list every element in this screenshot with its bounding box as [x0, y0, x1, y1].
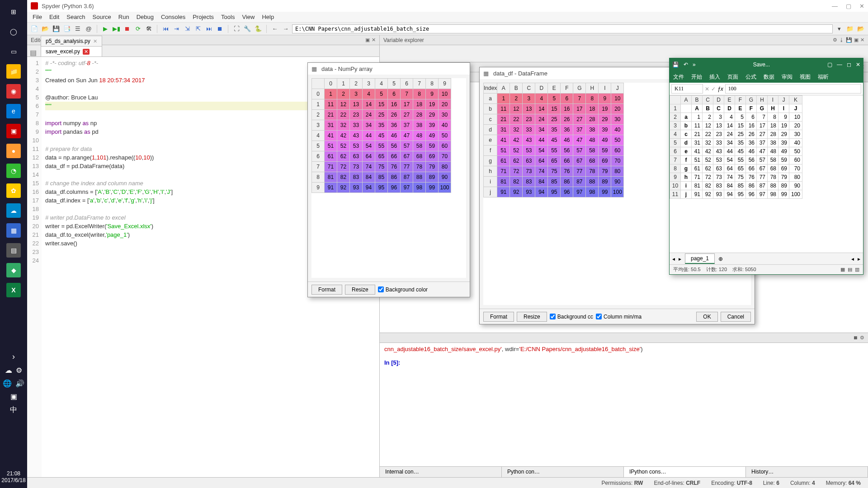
- open-file-icon[interactable]: 📂: [41, 24, 50, 33]
- start-icon[interactable]: ⊞: [6, 5, 21, 19]
- app-icon-3[interactable]: ✿: [6, 183, 21, 198]
- menu-edit[interactable]: Edit: [49, 14, 59, 20]
- browse-icon[interactable]: 📁: [845, 24, 854, 33]
- minimize-icon[interactable]: —: [832, 3, 838, 9]
- pane-close-icon[interactable]: ✕: [372, 37, 376, 43]
- expand-icon[interactable]: ›: [12, 352, 15, 361]
- debug-config-icon[interactable]: 🛠: [144, 24, 153, 33]
- parent-dir-icon[interactable]: 📂: [856, 24, 865, 33]
- working-directory[interactable]: E:\CNN Papers\cnn_adjustable16_batch_siz…: [292, 24, 833, 33]
- scroll-right-icon[interactable]: ▸: [858, 256, 860, 262]
- varexp-close-icon[interactable]: ✕: [860, 37, 864, 43]
- network-icon[interactable]: 🌐: [3, 379, 12, 388]
- sheet-tab[interactable]: page_1: [685, 253, 715, 264]
- debug-stop-icon[interactable]: ⏹: [215, 24, 224, 33]
- console-opts-icon[interactable]: ⚙: [860, 335, 864, 341]
- fx-icon[interactable]: ƒx: [717, 86, 723, 92]
- excel-icon[interactable]: X: [6, 283, 21, 297]
- debug-out-icon[interactable]: ⇱: [193, 24, 203, 33]
- excel-undo-icon[interactable]: ↶: [684, 61, 688, 68]
- notifications-icon[interactable]: ▣: [10, 392, 17, 401]
- console-tab[interactable]: History…: [746, 467, 868, 477]
- forward-icon[interactable]: →: [281, 24, 290, 33]
- cortana-icon[interactable]: ◯: [6, 24, 21, 39]
- sheet-next-icon[interactable]: ▸: [679, 256, 681, 262]
- ipython-console[interactable]: cnn_adjustable16_batch_size/save_excel.p…: [380, 343, 868, 466]
- debug-cont-icon[interactable]: ⏭: [204, 24, 213, 33]
- excel-close-icon[interactable]: ✕: [856, 61, 860, 68]
- close-tab-icon[interactable]: ✕: [83, 49, 90, 55]
- taskview-icon[interactable]: ▭: [6, 44, 21, 59]
- varexp-opts-icon[interactable]: ▣: [854, 37, 859, 43]
- explorer-icon[interactable]: 📁: [6, 64, 21, 79]
- dataframe-table[interactable]: IndexABCDEFGHIJa12345678910b111213141516…: [483, 83, 624, 197]
- menu-run[interactable]: Run: [118, 14, 129, 20]
- app-icon-6[interactable]: ◆: [6, 263, 21, 277]
- console-tab[interactable]: Python con…: [502, 467, 624, 477]
- excel-save-icon[interactable]: 💾: [672, 61, 679, 68]
- numpy-table[interactable]: 0123456789012345678910111121314151617181…: [311, 78, 451, 193]
- ribbon-tab[interactable]: 页面: [724, 71, 742, 83]
- preferences-icon[interactable]: 🔧: [243, 24, 252, 33]
- path-dropdown-icon[interactable]: ▾: [835, 24, 844, 33]
- excel-more-icon[interactable]: »: [693, 61, 696, 68]
- app-icon-2[interactable]: ●: [6, 144, 21, 158]
- chrome-icon[interactable]: ◉: [6, 84, 21, 99]
- run-sel-icon[interactable]: ⟳: [133, 24, 142, 33]
- resize-button[interactable]: Resize: [517, 312, 547, 322]
- excel-grid[interactable]: ABCDEFGHIJK1ABCDEFGHIJ2a123456789103b111…: [670, 95, 802, 199]
- close-tab-icon[interactable]: ✕: [93, 38, 97, 44]
- save-all-icon[interactable]: 📑: [62, 24, 71, 33]
- ribbon-tab[interactable]: 福昕: [814, 71, 832, 83]
- debug-into-icon[interactable]: ⇥: [172, 24, 181, 33]
- ribbon-tab[interactable]: 开始: [688, 71, 706, 83]
- stop-icon[interactable]: ⏹: [123, 24, 132, 33]
- excel-restore-icon[interactable]: ▢: [827, 61, 832, 68]
- debug-step-icon[interactable]: ⏮: [161, 24, 170, 33]
- view-normal-icon[interactable]: ▦: [840, 267, 845, 272]
- back-icon[interactable]: ←: [270, 24, 279, 33]
- app-icon-4[interactable]: ▦: [6, 223, 21, 238]
- bgcolor-checkbox[interactable]: Background cc: [550, 314, 593, 320]
- ribbon-tab[interactable]: 文件: [670, 71, 688, 83]
- add-sheet-icon[interactable]: ⊕: [718, 256, 723, 262]
- sheet-prev-icon[interactable]: ◂: [672, 256, 675, 262]
- editor-tab[interactable]: p5_ds_analysis.py✕: [41, 36, 102, 46]
- menu-view[interactable]: View: [242, 14, 255, 20]
- ribbon-tab[interactable]: 公式: [742, 71, 760, 83]
- menu-file[interactable]: File: [33, 14, 42, 20]
- format-button[interactable]: Format: [311, 285, 342, 295]
- bgcolor-checkbox[interactable]: Background color: [378, 286, 428, 293]
- varexp-refresh-icon[interactable]: ⚙: [833, 37, 837, 43]
- console-tab[interactable]: Internal con…: [380, 467, 502, 477]
- menu-source[interactable]: Source: [93, 14, 111, 20]
- wechat-icon[interactable]: ◔: [6, 164, 21, 178]
- cancel-button[interactable]: Cancel: [721, 312, 751, 322]
- format-button[interactable]: Format: [483, 312, 514, 322]
- excel-max-icon[interactable]: ◻: [847, 61, 851, 68]
- volume-icon[interactable]: 🔊: [15, 379, 24, 388]
- menu-help[interactable]: Help: [262, 14, 274, 20]
- fx-cancel-icon[interactable]: ✕: [705, 86, 709, 92]
- menu-projects[interactable]: Projects: [193, 14, 214, 20]
- editor-tab[interactable]: save_excel.py✕: [41, 46, 102, 56]
- cloud-icon[interactable]: ☁: [5, 366, 12, 375]
- view-layout-icon[interactable]: ▤: [848, 267, 852, 272]
- taskbar-clock[interactable]: 21:08 2017/6/18: [1, 470, 25, 484]
- cell-reference[interactable]: K11: [671, 84, 703, 94]
- menu-consoles[interactable]: Consoles: [161, 14, 185, 20]
- colminmax-checkbox[interactable]: Column min/ma: [596, 314, 642, 320]
- varexp-save-icon[interactable]: 💾: [846, 37, 852, 43]
- config-icon[interactable]: ☰: [73, 24, 82, 33]
- ime-icon[interactable]: 中: [10, 405, 17, 415]
- menu-debug[interactable]: Debug: [137, 14, 154, 20]
- maximize-icon[interactable]: ▢: [846, 3, 851, 9]
- ribbon-tab[interactable]: 视图: [796, 71, 814, 83]
- menu-search[interactable]: Search: [66, 14, 85, 20]
- formula-input[interactable]: 100: [725, 84, 861, 94]
- debug-over-icon[interactable]: ⇲: [183, 24, 192, 33]
- console-tab[interactable]: IPython cons…: [624, 467, 746, 477]
- maximize-pane-icon[interactable]: ⛶: [232, 24, 241, 33]
- app-icon-5[interactable]: ▤: [6, 243, 21, 258]
- excel-min-icon[interactable]: —: [837, 61, 842, 68]
